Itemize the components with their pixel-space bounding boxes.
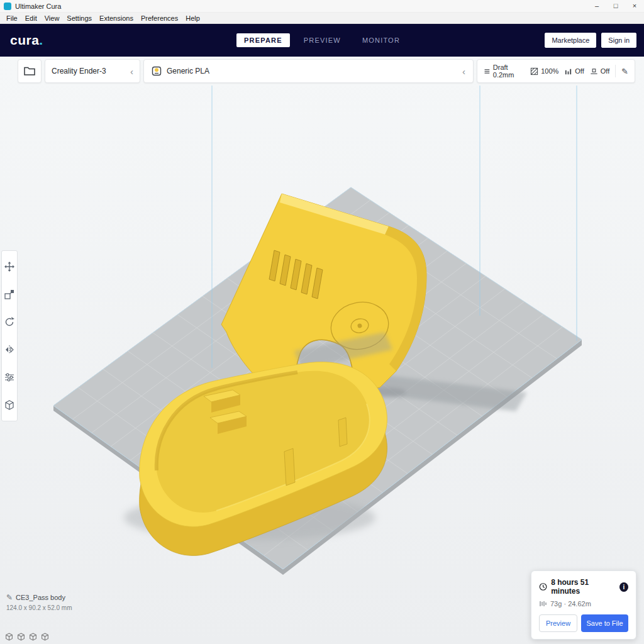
object-cube-icon[interactable] (17, 633, 25, 641)
print-job-panel: 8 hours 51 minutes i 73g · 24.62m Previe… (531, 570, 636, 640)
menu-preferences[interactable]: Preferences (137, 14, 182, 23)
maximize-button[interactable]: □ (606, 0, 625, 13)
rotate-tool-button[interactable] (2, 308, 17, 336)
menu-bar: File Edit View Settings Extensions Prefe… (0, 13, 644, 24)
sliders-icon (4, 372, 14, 382)
selected-object-dimensions: 124.0 x 90.2 x 52.0 mm (6, 604, 72, 611)
selected-object-name: CE3_Pass body (16, 594, 65, 601)
signin-button[interactable]: Sign in (601, 33, 636, 48)
scene (0, 57, 644, 644)
menu-file[interactable]: File (3, 14, 21, 23)
divider (615, 65, 616, 77)
per-model-settings-button[interactable] (2, 364, 17, 391)
app-header: cura. PREPARE PREVIEW MONITOR Marketplac… (0, 24, 644, 57)
edit-settings-icon[interactable]: ✎ (621, 67, 628, 76)
infill-setting: 100% (530, 67, 558, 75)
window-controls: – □ × (587, 0, 644, 13)
preview-button[interactable]: Preview (539, 614, 577, 632)
material-usage-icon (539, 600, 547, 608)
object-list[interactable] (5, 633, 49, 641)
print-settings-selector[interactable]: Draft 0.2mm 100% Off Off ✎ (477, 59, 635, 83)
marketplace-button[interactable]: Marketplace (545, 33, 596, 48)
material-icon (152, 66, 162, 76)
tab-monitor[interactable]: MONITOR (355, 33, 408, 47)
header-actions: Marketplace Sign in (545, 33, 636, 48)
printer-selector[interactable]: Creality Ender-3 ‹ (45, 59, 140, 83)
viewport-3d[interactable] (0, 57, 644, 644)
rotate-icon (4, 317, 14, 327)
tab-prepare[interactable]: PREPARE (236, 33, 290, 47)
window-titlebar: Ultimaker Cura – □ × (0, 0, 644, 13)
adhesion-icon (590, 67, 598, 75)
save-to-file-button[interactable]: Save to File (581, 614, 628, 632)
scale-tool-button[interactable] (2, 280, 17, 308)
stage-tabs: PREPARE PREVIEW MONITOR (236, 33, 408, 47)
mirror-tool-button[interactable] (2, 336, 17, 364)
folder-icon (24, 67, 35, 75)
edit-object-name-icon[interactable]: ✎ (6, 593, 13, 602)
cura-app-icon (4, 3, 11, 10)
chevron-left-icon[interactable]: ‹ (130, 67, 133, 76)
layers-icon (484, 67, 491, 75)
chevron-left-icon[interactable]: ‹ (462, 67, 465, 76)
menu-help[interactable]: Help (182, 14, 204, 23)
selection-info: ✎ CE3_Pass body 124.0 x 90.2 x 52.0 mm (6, 593, 72, 611)
infill-icon (530, 67, 538, 75)
move-tool-button[interactable] (2, 253, 17, 280)
menu-view[interactable]: View (41, 14, 64, 23)
printer-name: Creality Ender-3 (52, 67, 106, 75)
window-title: Ultimaker Cura (15, 3, 61, 10)
material-name: Generic PLA (167, 67, 209, 75)
support-icon (564, 67, 572, 75)
menu-settings[interactable]: Settings (63, 14, 96, 23)
info-icon[interactable]: i (619, 582, 628, 592)
object-cube-icon[interactable] (5, 633, 13, 641)
tab-preview[interactable]: PREVIEW (296, 33, 348, 47)
support-blocker-button[interactable] (2, 391, 17, 419)
clock-icon (539, 582, 547, 591)
cura-logo: cura. (10, 33, 43, 48)
move-icon (4, 262, 14, 272)
object-cube-icon[interactable] (41, 633, 49, 641)
profile-setting: Draft 0.2mm (484, 64, 525, 79)
material-selector[interactable]: Generic PLA ‹ (143, 59, 474, 83)
mirror-icon (4, 345, 14, 355)
configuration-bar: Creality Ender-3 ‹ Generic PLA ‹ Draft 0… (18, 59, 635, 83)
support-setting: Off (564, 67, 584, 75)
minimize-button[interactable]: – (587, 0, 606, 13)
material-usage: 73g · 24.62m (550, 600, 591, 608)
support-blocker-icon (4, 400, 14, 410)
close-button[interactable]: × (625, 0, 644, 13)
object-cube-icon[interactable] (29, 633, 37, 641)
open-file-button[interactable] (18, 59, 42, 83)
menu-edit[interactable]: Edit (21, 14, 41, 23)
scale-icon (4, 289, 14, 299)
print-time-estimate: 8 hours 51 minutes (551, 578, 616, 596)
adhesion-setting: Off (590, 67, 609, 75)
menu-extensions[interactable]: Extensions (96, 14, 137, 23)
model-toolbar (1, 250, 18, 421)
